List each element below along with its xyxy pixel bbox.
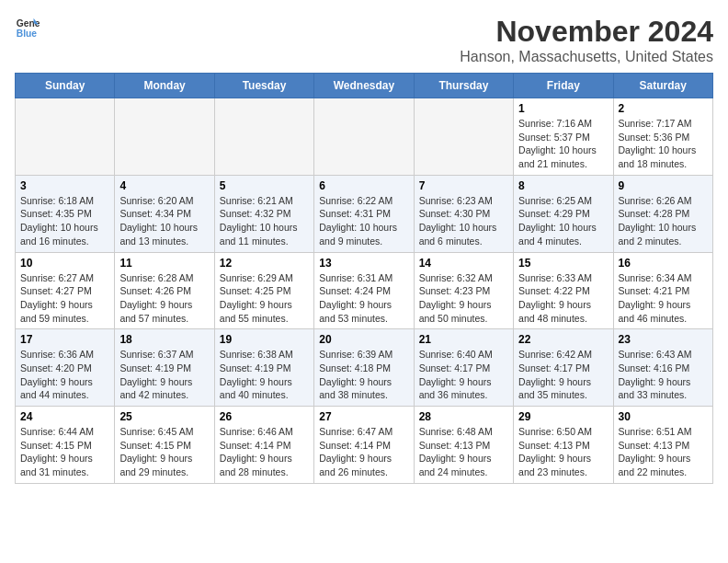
calendar-cell: 10Sunrise: 6:27 AM Sunset: 4:27 PM Dayli… — [16, 252, 115, 329]
calendar-week-row: 3Sunrise: 6:18 AM Sunset: 4:35 PM Daylig… — [16, 175, 713, 252]
day-number: 18 — [119, 333, 209, 346]
page-title: November 2024 — [460, 15, 713, 49]
day-number: 10 — [20, 257, 109, 270]
calendar-week-row: 24Sunrise: 6:44 AM Sunset: 4:15 PM Dayli… — [16, 407, 713, 484]
day-of-week-header: Wednesday — [314, 74, 414, 98]
day-info: Sunrise: 6:28 AM Sunset: 4:26 PM Dayligh… — [119, 271, 209, 326]
day-number: 5 — [220, 179, 309, 192]
calendar-cell: 3Sunrise: 6:18 AM Sunset: 4:35 PM Daylig… — [16, 175, 115, 252]
calendar-cell: 8Sunrise: 6:25 AM Sunset: 4:29 PM Daylig… — [514, 175, 613, 252]
day-number: 29 — [518, 410, 608, 423]
day-info: Sunrise: 6:39 AM Sunset: 4:18 PM Dayligh… — [319, 348, 408, 402]
calendar-cell: 23Sunrise: 6:43 AM Sunset: 4:16 PM Dayli… — [613, 329, 712, 407]
day-info: Sunrise: 6:42 AM Sunset: 4:17 PM Dayligh… — [518, 348, 608, 402]
day-number: 22 — [518, 333, 608, 346]
day-of-week-header: Monday — [115, 74, 214, 98]
day-number: 24 — [20, 410, 109, 423]
day-number: 8 — [518, 179, 608, 192]
day-of-week-header: Saturday — [613, 74, 712, 98]
calendar-cell: 12Sunrise: 6:29 AM Sunset: 4:25 PM Dayli… — [214, 252, 313, 329]
calendar-week-row: 10Sunrise: 6:27 AM Sunset: 4:27 PM Dayli… — [16, 252, 713, 329]
calendar-cell: 29Sunrise: 6:50 AM Sunset: 4:13 PM Dayli… — [514, 407, 613, 484]
day-number: 9 — [619, 179, 708, 192]
day-info: Sunrise: 6:48 AM Sunset: 4:13 PM Dayligh… — [419, 425, 508, 479]
day-info: Sunrise: 6:34 AM Sunset: 4:21 PM Dayligh… — [619, 271, 708, 326]
day-of-week-header: Thursday — [414, 74, 513, 98]
day-number: 6 — [319, 179, 408, 192]
calendar-cell: 14Sunrise: 6:32 AM Sunset: 4:23 PM Dayli… — [414, 252, 513, 329]
day-info: Sunrise: 6:23 AM Sunset: 4:30 PM Dayligh… — [419, 194, 508, 248]
day-info: Sunrise: 6:20 AM Sunset: 4:34 PM Dayligh… — [119, 194, 209, 248]
day-info: Sunrise: 6:29 AM Sunset: 4:25 PM Dayligh… — [220, 271, 309, 326]
calendar-cell: 6Sunrise: 6:22 AM Sunset: 4:31 PM Daylig… — [314, 175, 414, 252]
calendar-table: SundayMondayTuesdayWednesdayThursdayFrid… — [15, 73, 713, 484]
day-number: 17 — [20, 333, 109, 346]
calendar-cell: 1Sunrise: 7:16 AM Sunset: 5:37 PM Daylig… — [514, 98, 613, 176]
day-info: Sunrise: 6:36 AM Sunset: 4:20 PM Dayligh… — [20, 348, 109, 402]
calendar-cell: 20Sunrise: 6:39 AM Sunset: 4:18 PM Dayli… — [314, 329, 414, 407]
logo-icon: General Blue — [15, 15, 40, 40]
day-number: 28 — [419, 410, 508, 423]
day-number: 21 — [419, 333, 508, 346]
calendar-cell: 9Sunrise: 6:26 AM Sunset: 4:28 PM Daylig… — [613, 175, 712, 252]
day-number: 19 — [220, 333, 309, 346]
day-number: 23 — [619, 333, 708, 346]
day-number: 30 — [619, 410, 708, 423]
day-info: Sunrise: 7:16 AM Sunset: 5:37 PM Dayligh… — [518, 117, 608, 171]
calendar-cell: 25Sunrise: 6:45 AM Sunset: 4:15 PM Dayli… — [115, 407, 214, 484]
day-info: Sunrise: 6:25 AM Sunset: 4:29 PM Dayligh… — [518, 194, 608, 248]
calendar-cell: 18Sunrise: 6:37 AM Sunset: 4:19 PM Dayli… — [115, 329, 214, 407]
day-number: 25 — [119, 410, 209, 423]
day-of-week-header: Tuesday — [214, 74, 313, 98]
calendar-cell: 17Sunrise: 6:36 AM Sunset: 4:20 PM Dayli… — [16, 329, 115, 407]
calendar-cell: 15Sunrise: 6:33 AM Sunset: 4:22 PM Dayli… — [514, 252, 613, 329]
day-number: 26 — [220, 410, 309, 423]
day-info: Sunrise: 6:46 AM Sunset: 4:14 PM Dayligh… — [220, 425, 309, 479]
page-header: General Blue November 2024 Hanson, Massa… — [15, 15, 713, 65]
day-number: 27 — [319, 410, 408, 423]
calendar-week-row: 17Sunrise: 6:36 AM Sunset: 4:20 PM Dayli… — [16, 329, 713, 407]
calendar-cell — [115, 98, 214, 176]
day-info: Sunrise: 6:47 AM Sunset: 4:14 PM Dayligh… — [319, 425, 408, 479]
day-info: Sunrise: 6:18 AM Sunset: 4:35 PM Dayligh… — [20, 194, 109, 248]
calendar-cell: 24Sunrise: 6:44 AM Sunset: 4:15 PM Dayli… — [16, 407, 115, 484]
day-number: 13 — [319, 257, 408, 270]
calendar-cell — [214, 98, 313, 176]
day-number: 15 — [518, 257, 608, 270]
day-info: Sunrise: 7:17 AM Sunset: 5:36 PM Dayligh… — [619, 117, 708, 171]
calendar-cell: 30Sunrise: 6:51 AM Sunset: 4:13 PM Dayli… — [613, 407, 712, 484]
calendar-cell: 21Sunrise: 6:40 AM Sunset: 4:17 PM Dayli… — [414, 329, 513, 407]
title-block: November 2024 Hanson, Massachusetts, Uni… — [460, 15, 713, 65]
day-info: Sunrise: 6:38 AM Sunset: 4:19 PM Dayligh… — [220, 348, 309, 402]
day-number: 12 — [220, 257, 309, 270]
day-info: Sunrise: 6:27 AM Sunset: 4:27 PM Dayligh… — [20, 271, 109, 326]
calendar-cell: 11Sunrise: 6:28 AM Sunset: 4:26 PM Dayli… — [115, 252, 214, 329]
page-subtitle: Hanson, Massachusetts, United States — [460, 49, 713, 65]
logo: General Blue — [15, 15, 40, 40]
day-info: Sunrise: 6:44 AM Sunset: 4:15 PM Dayligh… — [20, 425, 109, 479]
day-info: Sunrise: 6:33 AM Sunset: 4:22 PM Dayligh… — [518, 271, 608, 326]
day-info: Sunrise: 6:40 AM Sunset: 4:17 PM Dayligh… — [419, 348, 508, 402]
calendar-cell: 5Sunrise: 6:21 AM Sunset: 4:32 PM Daylig… — [214, 175, 313, 252]
day-number: 16 — [619, 257, 708, 270]
calendar-cell: 2Sunrise: 7:17 AM Sunset: 5:36 PM Daylig… — [613, 98, 712, 176]
day-info: Sunrise: 6:21 AM Sunset: 4:32 PM Dayligh… — [220, 194, 309, 248]
day-number: 2 — [619, 102, 708, 115]
calendar-cell — [16, 98, 115, 176]
calendar-cell: 27Sunrise: 6:47 AM Sunset: 4:14 PM Dayli… — [314, 407, 414, 484]
calendar-cell: 16Sunrise: 6:34 AM Sunset: 4:21 PM Dayli… — [613, 252, 712, 329]
day-number: 20 — [319, 333, 408, 346]
calendar-cell: 13Sunrise: 6:31 AM Sunset: 4:24 PM Dayli… — [314, 252, 414, 329]
calendar-cell: 19Sunrise: 6:38 AM Sunset: 4:19 PM Dayli… — [214, 329, 313, 407]
day-info: Sunrise: 6:26 AM Sunset: 4:28 PM Dayligh… — [619, 194, 708, 248]
day-info: Sunrise: 6:31 AM Sunset: 4:24 PM Dayligh… — [319, 271, 408, 326]
svg-text:Blue: Blue — [17, 29, 38, 39]
calendar-week-row: 1Sunrise: 7:16 AM Sunset: 5:37 PM Daylig… — [16, 98, 713, 176]
calendar-cell: 4Sunrise: 6:20 AM Sunset: 4:34 PM Daylig… — [115, 175, 214, 252]
calendar-cell: 22Sunrise: 6:42 AM Sunset: 4:17 PM Dayli… — [514, 329, 613, 407]
calendar-cell: 7Sunrise: 6:23 AM Sunset: 4:30 PM Daylig… — [414, 175, 513, 252]
day-info: Sunrise: 6:32 AM Sunset: 4:23 PM Dayligh… — [419, 271, 508, 326]
day-info: Sunrise: 6:37 AM Sunset: 4:19 PM Dayligh… — [119, 348, 209, 402]
calendar-cell: 28Sunrise: 6:48 AM Sunset: 4:13 PM Dayli… — [414, 407, 513, 484]
day-info: Sunrise: 6:43 AM Sunset: 4:16 PM Dayligh… — [619, 348, 708, 402]
